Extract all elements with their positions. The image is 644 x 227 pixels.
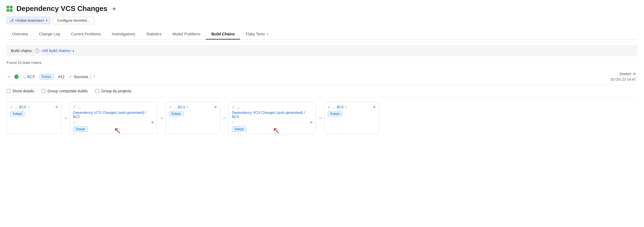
all-build-chains-link[interactable]: <All build chains> ▾ [41, 49, 74, 53]
filter-chevron-icon: ▾ [73, 49, 74, 53]
grid-icon [7, 6, 13, 12]
build-chain-row: ▾ ... BC5 5steps #12 ✓ Success | ▽ Start… [7, 69, 637, 85]
options-row: Show details Group composite builds Grou… [7, 85, 637, 97]
tab-statistics[interactable]: Statistics [141, 29, 167, 39]
chevron-down-icon: ▾ [46, 19, 47, 22]
card-title-link-bc2[interactable]: Dependency VCS Changes (auto-generated) … [73, 110, 154, 119]
card-menu-icon-bc4[interactable]: ≡ [310, 120, 312, 124]
started-date: 20 Oct 23 14:47 [610, 77, 636, 81]
card-menu-icon-bc3[interactable]: ≡ [214, 105, 217, 109]
build-number: #12 [58, 75, 64, 79]
star-icon[interactable]: ★ [112, 5, 117, 12]
flaky-tests-badge: 0 [267, 33, 268, 36]
help-icon[interactable]: ? [35, 49, 39, 53]
success-indicator: ✓ Success | ▽ [69, 74, 96, 79]
started-label: Started: ⇄ [619, 72, 636, 76]
filter-label: Build chains: [11, 49, 33, 53]
card-steps-bc5: 5steps [328, 111, 342, 116]
tab-investigations[interactable]: Investigations [106, 29, 141, 39]
card-steps-bc2: 5steps [73, 127, 88, 131]
main-page: Dependency VCS Changes ★ ⎇ <Active branc… [0, 0, 644, 144]
card-success-icon-bc2: ✓ [73, 105, 76, 109]
build-card-bc4: ✓ ... Dependency VCS Changes (auto-gener… [228, 102, 316, 134]
tab-muted-problems[interactable]: Muted Problems [167, 29, 206, 39]
tab-overview[interactable]: Overview [7, 29, 33, 39]
branch-icon: ⎇ [10, 18, 14, 22]
build-card-bc2: ✓ ... Dependency VCS Changes (auto-gener… [70, 102, 157, 134]
card-success-icon-bc3: ✓ [169, 105, 172, 109]
show-details-checkbox[interactable]: Show details [7, 89, 34, 93]
page-title: Dependency VCS Changes [16, 4, 107, 13]
configure-favorites-button[interactable]: Configure favorites... [53, 17, 94, 24]
card-steps-bc4: 5steps [232, 127, 246, 131]
build-card-bc0: ✓ ... BC0 ▽ ≡ 5steps [7, 102, 61, 134]
show-details-input[interactable] [7, 89, 10, 93]
card-title-link-bc3[interactable]: BC3 [178, 105, 185, 109]
filter-bar: Build chains: ? <All build chains> ▾ [7, 45, 637, 56]
card-header-bc2: ✓ ... Dependency VCS Changes (auto-gener… [73, 105, 154, 124]
sync-icon[interactable]: ⇄ [633, 72, 636, 76]
found-count: Found 15 build chains. [7, 61, 637, 65]
card-header-bc3: ✓ ... BC3 ▽ ≡ [169, 105, 217, 109]
card-header-bc5: ✓ ... BC5 ▽ ≡ [328, 105, 375, 109]
card-menu-icon-bc2[interactable]: ≡ [151, 120, 154, 124]
branch-selector[interactable]: ⎇ <Active branches> ▾ [7, 17, 50, 24]
status-dropdown-icon[interactable]: ▽ [93, 75, 95, 78]
card-arrow-3-4: → [316, 102, 324, 134]
build-chain-cards: ✓ ... BC0 ▽ ≡ 5steps → ✓ ... Dependency … [7, 102, 637, 134]
card-dropdown-bc4[interactable]: ▽ [232, 121, 234, 124]
card-title-link-bc5[interactable]: BC5 [337, 105, 344, 109]
red-arrow-annotation-bc2: ↖ [114, 126, 121, 134]
card-dropdown-bc2[interactable]: ▽ [73, 121, 75, 124]
content-area: Build chains: ? <All build chains> ▾ Fou… [7, 40, 637, 140]
card-success-icon-bc0: ✓ [10, 105, 13, 109]
card-title-link-bc4[interactable]: Dependency VCS Changes (auto-generated) … [232, 110, 312, 119]
card-arrow-0-1: → [61, 102, 70, 134]
tab-build-chains[interactable]: Build Chains [206, 29, 240, 39]
red-arrow-annotation-bc4: ↖ [273, 126, 280, 134]
card-success-icon-bc5: ✓ [328, 105, 331, 109]
build-card-bc5: ✓ ... BC5 ▽ ≡ 5steps [324, 102, 379, 134]
build-name-link[interactable]: ... BC5 [23, 75, 35, 79]
card-success-icon-bc4: ✓ [232, 105, 235, 109]
started-info: Started: ⇄ 20 Oct 23 14:47 [610, 71, 636, 82]
steps-badge: 5steps [39, 74, 54, 80]
card-title-link-bc0[interactable]: BC0 [19, 105, 26, 109]
card-arrow-1-2: → [157, 102, 165, 134]
card-steps-bc3: 5steps [169, 111, 183, 116]
build-card-bc3: ✓ ... BC3 ▽ ≡ 5steps [165, 102, 220, 134]
card-dropdown-bc5[interactable]: ▽ [345, 106, 347, 109]
group-composite-checkbox[interactable]: Group composite builds [42, 89, 88, 93]
group-composite-input[interactable] [42, 89, 45, 93]
tab-flaky-tests[interactable]: Flaky Tests 0 [240, 29, 274, 39]
card-menu-icon-bc5[interactable]: ≡ [373, 105, 375, 109]
group-projects-input[interactable] [95, 89, 99, 93]
page-header: Dependency VCS Changes ★ [7, 4, 637, 13]
status-dot-green [14, 75, 19, 79]
tab-changelog[interactable]: Change Log [33, 29, 65, 39]
success-checkmark-icon: ✓ [69, 74, 73, 79]
toolbar: ⎇ <Active branches> ▾ Configure favorite… [7, 17, 637, 24]
nav-tabs: Overview Change Log Current Problems Inv… [7, 29, 637, 40]
branch-label: <Active branches> [15, 18, 45, 22]
card-header-bc4: ✓ ... Dependency VCS Changes (auto-gener… [232, 105, 312, 124]
card-dropdown-bc0[interactable]: ▽ [27, 106, 30, 109]
card-arrow-2-3: → [220, 102, 228, 134]
group-projects-checkbox[interactable]: Group by projects [95, 89, 131, 93]
card-dropdown-bc3[interactable]: ▽ [186, 106, 188, 109]
card-steps-bc0: 5steps [10, 111, 25, 116]
card-header-bc0: ✓ ... BC0 ▽ ≡ [10, 105, 58, 109]
row-chevron-icon[interactable]: ▾ [8, 75, 10, 79]
card-menu-icon-bc0[interactable]: ≡ [56, 105, 58, 109]
tab-current-problems[interactable]: Current Problems [65, 29, 107, 39]
